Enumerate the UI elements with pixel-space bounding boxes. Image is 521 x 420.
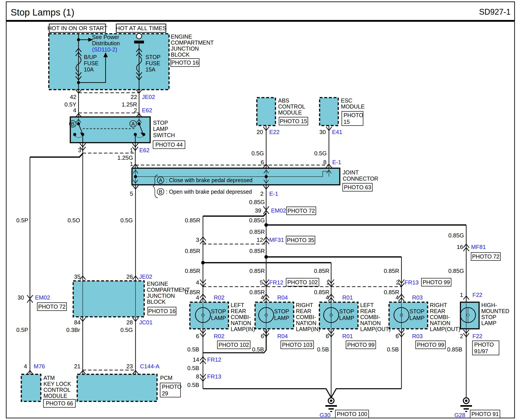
pin-4-sw: 4 xyxy=(73,107,76,114)
lamp2-side-1: RIGHT xyxy=(296,302,313,308)
lamp2-stop: STOP xyxy=(274,308,289,314)
pin-2-f22: 2 xyxy=(460,333,463,339)
fuse-bup-2: FUSE xyxy=(84,60,99,66)
wire-05p-1: 0.5P xyxy=(16,217,28,224)
photo-ecjb-top-label: PHOTO 16 xyxy=(171,60,199,66)
high-mounted-stop-lamp-box xyxy=(461,302,479,329)
photo-f22-label: PHOTO xyxy=(474,341,494,348)
conn-r02-top: R02 xyxy=(214,294,224,301)
pcm-label: PCM xyxy=(160,375,172,381)
wiring-diagram-page: Stop Lamps (1) SD927-1 xyxy=(0,0,521,420)
joint-label-2: CONNECTOR xyxy=(343,175,378,182)
pin-3-mf31: 3 xyxy=(196,237,199,243)
lamp4-side-3: COMBI- xyxy=(430,314,450,320)
legend-letter-a: A xyxy=(159,177,162,183)
photo-f22-label: 91/97 xyxy=(474,348,488,354)
lamp2-side-2: REAR xyxy=(296,308,311,314)
wire-085r-r2: 0.85R xyxy=(250,268,265,274)
ground-g30: G30 xyxy=(320,412,330,419)
photo-r03-label: PHOTO 99 xyxy=(417,342,444,348)
conn-r03-top: R03 xyxy=(412,294,423,301)
wire-05b-5: 0.5B xyxy=(187,365,199,371)
pin-6-r02: 6 xyxy=(196,333,199,339)
fuse-stop-1: STOP xyxy=(146,54,161,60)
photo-pcm-label: 29 xyxy=(162,390,168,397)
pin-4-r04: 4 xyxy=(261,294,264,301)
conn-m76: M76 xyxy=(34,363,45,370)
conn-em02-left: EM02 xyxy=(35,294,50,301)
engine-compartment-junction-block-low xyxy=(73,281,144,317)
conn-f22-top: F22 xyxy=(472,292,482,298)
pin-4-fr12: 4 xyxy=(196,279,199,286)
conn-fr12: FR12 xyxy=(269,279,283,286)
conn-f22-bot: F22 xyxy=(472,333,482,339)
ecjb-low-1: ENGINE xyxy=(147,281,168,287)
conn-je02-top: JE02 xyxy=(142,94,155,100)
lamp1-side-5: LAMP(IN) xyxy=(231,326,255,332)
pin-1-sw: 1 xyxy=(130,147,133,154)
lamp4-side-1: RIGHT xyxy=(430,302,447,308)
fuse-stop-3: 15A xyxy=(146,66,156,73)
photo-mf31-label: PHOTO 35 xyxy=(287,237,314,243)
wire-085g-b1: 0.85G xyxy=(249,217,265,224)
pin-14-fr12: 14 xyxy=(193,356,199,363)
stop-lamps-schematic: Stop Lamps (1) SD927-1 xyxy=(0,0,521,420)
switch-label-1: STOP xyxy=(153,120,168,126)
conn-e62-top: E62 xyxy=(142,107,152,114)
photo-fr12-label: PHOTO 102 xyxy=(287,279,318,285)
pcm-box xyxy=(77,374,157,401)
photo-fr13-label: PHOTO 99 xyxy=(423,279,450,285)
pin-4-r03: 4 xyxy=(396,294,399,301)
photo-mf81-label: PHOTO 72 xyxy=(472,253,499,260)
wire-085r-a2: 0.85R xyxy=(185,248,200,254)
lamp4-stop: STOP xyxy=(409,308,424,314)
hot-at-all-times: HOT AT ALL TIMES xyxy=(116,25,166,31)
page-title: Stop Lamps (1) xyxy=(11,7,74,17)
photo-pcm-label: PHOTO xyxy=(162,384,181,390)
conn-fr12-bot: FR12 xyxy=(207,356,221,363)
wire-05b-2: 0.5B xyxy=(252,346,264,353)
pin-4-m76: 4 xyxy=(24,363,27,370)
wire-085r-r3: 0.85R xyxy=(314,268,329,274)
fuse-bup-3: 10A xyxy=(84,66,94,73)
pin-1-fr12: 1 xyxy=(326,279,329,286)
wire-085b: 0.85B xyxy=(447,346,462,353)
pin-84: 84 xyxy=(74,319,81,326)
wire-085g-mf81: 0.85G xyxy=(448,232,464,239)
esc-module-box xyxy=(320,98,338,126)
wire-05p-2: 0.5P xyxy=(16,327,28,333)
photo-em02-left-label: PHOTO 72 xyxy=(38,304,66,310)
high-side-4: LAMP xyxy=(481,320,496,326)
pin-28: 28 xyxy=(127,319,133,326)
lamp4-side-2: REAR xyxy=(430,308,445,314)
pin-1-joint: 1 xyxy=(130,161,133,167)
lamp1-side-3: COMBI- xyxy=(231,314,251,320)
pin-2-joint: 2 xyxy=(260,190,263,197)
pin-35: 35 xyxy=(74,273,81,280)
photo-stop-lamp-switch-label: PHOTO 44 xyxy=(155,142,183,148)
wire-085r-b2: 0.85R xyxy=(250,229,265,235)
see-power-ref: (SD110-2) xyxy=(92,46,117,52)
switch-label-3: SWITCH xyxy=(153,132,175,138)
pin-20: 20 xyxy=(257,129,263,135)
conn-e1-bot: E-1 xyxy=(269,190,278,197)
conn-mf81: MF81 xyxy=(471,244,486,250)
conn-mf31: MF31 xyxy=(269,237,284,243)
pin-12-mf31: 12 xyxy=(257,237,263,243)
esc-label-2: MODULE xyxy=(341,103,365,110)
lamp3-side-4: NATION xyxy=(360,320,381,326)
wire-05b-4: 0.5B xyxy=(387,346,399,353)
ground-g28: G28 xyxy=(454,412,465,419)
conn-e62-bot: E62 xyxy=(139,147,149,154)
wire-085g-high: 0.85G xyxy=(448,268,464,274)
lamp3-side-5: LAMP(OUT) xyxy=(360,326,391,332)
lamp3-lamp: LAMP xyxy=(339,315,354,321)
atm-key-lock-control-module-box xyxy=(21,374,41,401)
pin-6-r04: 6 xyxy=(261,333,264,339)
conn-r01-top: R01 xyxy=(342,294,353,301)
ecjb-top-2: COMPARTMENT xyxy=(171,39,214,46)
conn-e41: E41 xyxy=(332,129,342,135)
pin-21: 21 xyxy=(74,363,81,370)
wire-05b-6: 0.5B xyxy=(187,382,199,388)
lamp1-side-1: LEFT xyxy=(231,302,244,308)
